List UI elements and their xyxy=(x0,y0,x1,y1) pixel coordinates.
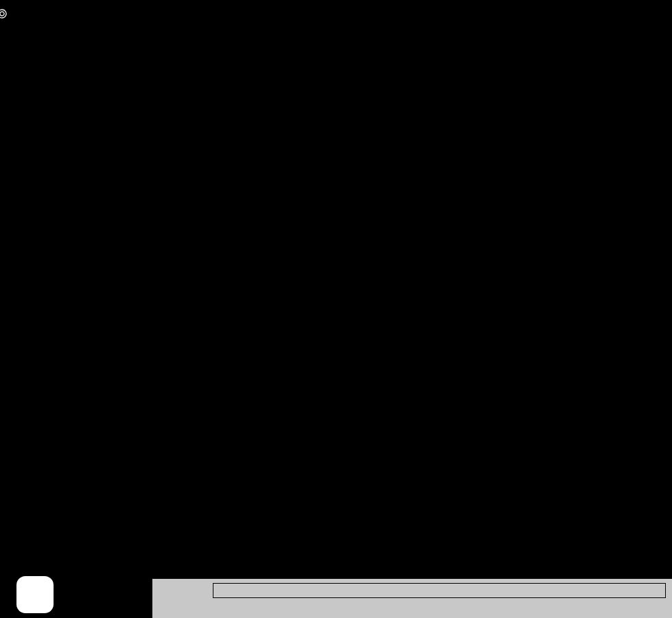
app-icon-partial xyxy=(0,8,8,19)
legend-colorbar xyxy=(213,583,666,598)
legend-panel xyxy=(152,579,672,618)
radar-coverage-square xyxy=(95,59,553,517)
rainviewer-logo[interactable] xyxy=(16,576,54,613)
swirl-icon xyxy=(16,576,54,613)
radar-map-canvas[interactable] xyxy=(0,0,672,618)
map-svg xyxy=(0,0,672,618)
